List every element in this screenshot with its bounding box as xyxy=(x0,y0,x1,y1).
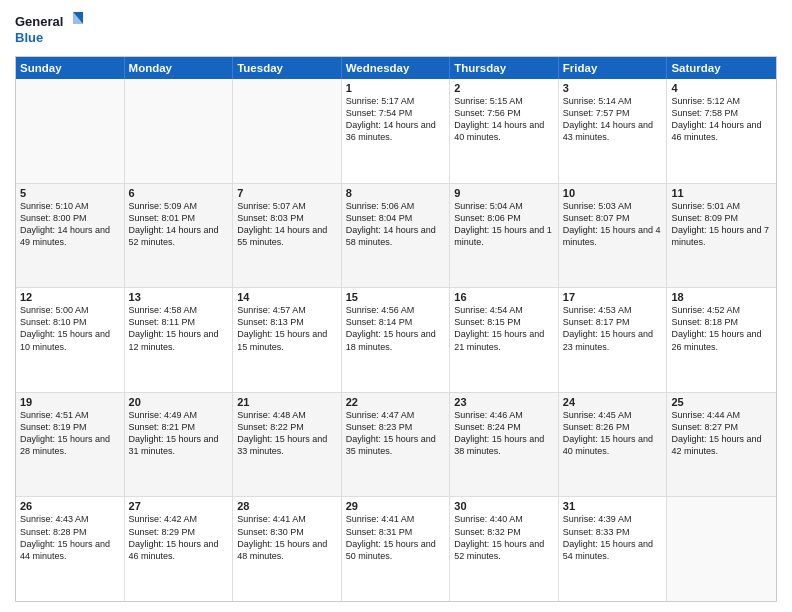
logo-svg: General Blue xyxy=(15,10,85,48)
header: General Blue xyxy=(15,10,777,48)
cell-info: Sunrise: 5:06 AMSunset: 8:04 PMDaylight:… xyxy=(346,200,446,249)
calendar-cell: 12Sunrise: 5:00 AMSunset: 8:10 PMDayligh… xyxy=(16,288,125,392)
cell-info: Sunrise: 4:44 AMSunset: 8:27 PMDaylight:… xyxy=(671,409,772,458)
calendar-row-4: 19Sunrise: 4:51 AMSunset: 8:19 PMDayligh… xyxy=(16,393,776,498)
day-header-thursday: Thursday xyxy=(450,57,559,79)
day-number: 11 xyxy=(671,187,772,199)
cell-info: Sunrise: 5:10 AMSunset: 8:00 PMDaylight:… xyxy=(20,200,120,249)
day-header-saturday: Saturday xyxy=(667,57,776,79)
day-number: 18 xyxy=(671,291,772,303)
calendar-row-5: 26Sunrise: 4:43 AMSunset: 8:28 PMDayligh… xyxy=(16,497,776,601)
cell-info: Sunrise: 5:14 AMSunset: 7:57 PMDaylight:… xyxy=(563,95,663,144)
cell-info: Sunrise: 4:54 AMSunset: 8:15 PMDaylight:… xyxy=(454,304,554,353)
calendar-cell: 30Sunrise: 4:40 AMSunset: 8:32 PMDayligh… xyxy=(450,497,559,601)
day-number: 7 xyxy=(237,187,337,199)
calendar-cell xyxy=(16,79,125,183)
calendar-cell: 28Sunrise: 4:41 AMSunset: 8:30 PMDayligh… xyxy=(233,497,342,601)
cell-info: Sunrise: 4:41 AMSunset: 8:31 PMDaylight:… xyxy=(346,513,446,562)
calendar-cell: 11Sunrise: 5:01 AMSunset: 8:09 PMDayligh… xyxy=(667,184,776,288)
cell-info: Sunrise: 5:12 AMSunset: 7:58 PMDaylight:… xyxy=(671,95,772,144)
calendar-cell xyxy=(667,497,776,601)
day-header-monday: Monday xyxy=(125,57,234,79)
calendar-cell: 21Sunrise: 4:48 AMSunset: 8:22 PMDayligh… xyxy=(233,393,342,497)
day-number: 12 xyxy=(20,291,120,303)
calendar-cell: 6Sunrise: 5:09 AMSunset: 8:01 PMDaylight… xyxy=(125,184,234,288)
day-number: 21 xyxy=(237,396,337,408)
day-number: 4 xyxy=(671,82,772,94)
cell-info: Sunrise: 4:51 AMSunset: 8:19 PMDaylight:… xyxy=(20,409,120,458)
cell-info: Sunrise: 5:03 AMSunset: 8:07 PMDaylight:… xyxy=(563,200,663,249)
day-number: 31 xyxy=(563,500,663,512)
cell-info: Sunrise: 5:15 AMSunset: 7:56 PMDaylight:… xyxy=(454,95,554,144)
calendar-cell: 4Sunrise: 5:12 AMSunset: 7:58 PMDaylight… xyxy=(667,79,776,183)
cell-info: Sunrise: 5:01 AMSunset: 8:09 PMDaylight:… xyxy=(671,200,772,249)
day-number: 6 xyxy=(129,187,229,199)
svg-text:General: General xyxy=(15,14,63,29)
cell-info: Sunrise: 4:39 AMSunset: 8:33 PMDaylight:… xyxy=(563,513,663,562)
calendar-cell: 17Sunrise: 4:53 AMSunset: 8:17 PMDayligh… xyxy=(559,288,668,392)
calendar-cell: 15Sunrise: 4:56 AMSunset: 8:14 PMDayligh… xyxy=(342,288,451,392)
cell-info: Sunrise: 4:48 AMSunset: 8:22 PMDaylight:… xyxy=(237,409,337,458)
day-header-tuesday: Tuesday xyxy=(233,57,342,79)
calendar-cell: 10Sunrise: 5:03 AMSunset: 8:07 PMDayligh… xyxy=(559,184,668,288)
calendar-cell xyxy=(125,79,234,183)
day-number: 17 xyxy=(563,291,663,303)
day-number: 15 xyxy=(346,291,446,303)
cell-info: Sunrise: 4:49 AMSunset: 8:21 PMDaylight:… xyxy=(129,409,229,458)
day-header-sunday: Sunday xyxy=(16,57,125,79)
calendar-cell: 27Sunrise: 4:42 AMSunset: 8:29 PMDayligh… xyxy=(125,497,234,601)
logo: General Blue xyxy=(15,10,85,48)
day-number: 9 xyxy=(454,187,554,199)
calendar-cell: 3Sunrise: 5:14 AMSunset: 7:57 PMDaylight… xyxy=(559,79,668,183)
calendar-cell: 25Sunrise: 4:44 AMSunset: 8:27 PMDayligh… xyxy=(667,393,776,497)
calendar-header: SundayMondayTuesdayWednesdayThursdayFrid… xyxy=(16,57,776,79)
day-number: 16 xyxy=(454,291,554,303)
page: General Blue SundayMondayTuesdayWednesda… xyxy=(0,0,792,612)
cell-info: Sunrise: 4:46 AMSunset: 8:24 PMDaylight:… xyxy=(454,409,554,458)
calendar-cell: 24Sunrise: 4:45 AMSunset: 8:26 PMDayligh… xyxy=(559,393,668,497)
day-number: 28 xyxy=(237,500,337,512)
calendar-cell: 31Sunrise: 4:39 AMSunset: 8:33 PMDayligh… xyxy=(559,497,668,601)
calendar-cell xyxy=(233,79,342,183)
calendar-row-3: 12Sunrise: 5:00 AMSunset: 8:10 PMDayligh… xyxy=(16,288,776,393)
cell-info: Sunrise: 4:40 AMSunset: 8:32 PMDaylight:… xyxy=(454,513,554,562)
calendar-cell: 1Sunrise: 5:17 AMSunset: 7:54 PMDaylight… xyxy=(342,79,451,183)
cell-info: Sunrise: 4:45 AMSunset: 8:26 PMDaylight:… xyxy=(563,409,663,458)
day-number: 30 xyxy=(454,500,554,512)
day-number: 1 xyxy=(346,82,446,94)
calendar-cell: 2Sunrise: 5:15 AMSunset: 7:56 PMDaylight… xyxy=(450,79,559,183)
cell-info: Sunrise: 5:17 AMSunset: 7:54 PMDaylight:… xyxy=(346,95,446,144)
day-number: 10 xyxy=(563,187,663,199)
calendar-cell: 18Sunrise: 4:52 AMSunset: 8:18 PMDayligh… xyxy=(667,288,776,392)
day-number: 29 xyxy=(346,500,446,512)
cell-info: Sunrise: 4:47 AMSunset: 8:23 PMDaylight:… xyxy=(346,409,446,458)
day-number: 24 xyxy=(563,396,663,408)
day-number: 3 xyxy=(563,82,663,94)
svg-text:Blue: Blue xyxy=(15,30,43,45)
cell-info: Sunrise: 5:04 AMSunset: 8:06 PMDaylight:… xyxy=(454,200,554,249)
day-number: 23 xyxy=(454,396,554,408)
day-header-wednesday: Wednesday xyxy=(342,57,451,79)
day-number: 20 xyxy=(129,396,229,408)
calendar-cell: 9Sunrise: 5:04 AMSunset: 8:06 PMDaylight… xyxy=(450,184,559,288)
cell-info: Sunrise: 4:52 AMSunset: 8:18 PMDaylight:… xyxy=(671,304,772,353)
calendar-row-2: 5Sunrise: 5:10 AMSunset: 8:00 PMDaylight… xyxy=(16,184,776,289)
cell-info: Sunrise: 4:58 AMSunset: 8:11 PMDaylight:… xyxy=(129,304,229,353)
calendar-cell: 8Sunrise: 5:06 AMSunset: 8:04 PMDaylight… xyxy=(342,184,451,288)
cell-info: Sunrise: 4:57 AMSunset: 8:13 PMDaylight:… xyxy=(237,304,337,353)
day-number: 13 xyxy=(129,291,229,303)
cell-info: Sunrise: 4:43 AMSunset: 8:28 PMDaylight:… xyxy=(20,513,120,562)
day-number: 8 xyxy=(346,187,446,199)
cell-info: Sunrise: 4:53 AMSunset: 8:17 PMDaylight:… xyxy=(563,304,663,353)
cell-info: Sunrise: 5:00 AMSunset: 8:10 PMDaylight:… xyxy=(20,304,120,353)
calendar-cell: 23Sunrise: 4:46 AMSunset: 8:24 PMDayligh… xyxy=(450,393,559,497)
day-number: 14 xyxy=(237,291,337,303)
calendar-cell: 29Sunrise: 4:41 AMSunset: 8:31 PMDayligh… xyxy=(342,497,451,601)
day-number: 26 xyxy=(20,500,120,512)
day-number: 19 xyxy=(20,396,120,408)
calendar: SundayMondayTuesdayWednesdayThursdayFrid… xyxy=(15,56,777,602)
calendar-cell: 5Sunrise: 5:10 AMSunset: 8:00 PMDaylight… xyxy=(16,184,125,288)
cell-info: Sunrise: 5:09 AMSunset: 8:01 PMDaylight:… xyxy=(129,200,229,249)
calendar-cell: 14Sunrise: 4:57 AMSunset: 8:13 PMDayligh… xyxy=(233,288,342,392)
calendar-cell: 26Sunrise: 4:43 AMSunset: 8:28 PMDayligh… xyxy=(16,497,125,601)
